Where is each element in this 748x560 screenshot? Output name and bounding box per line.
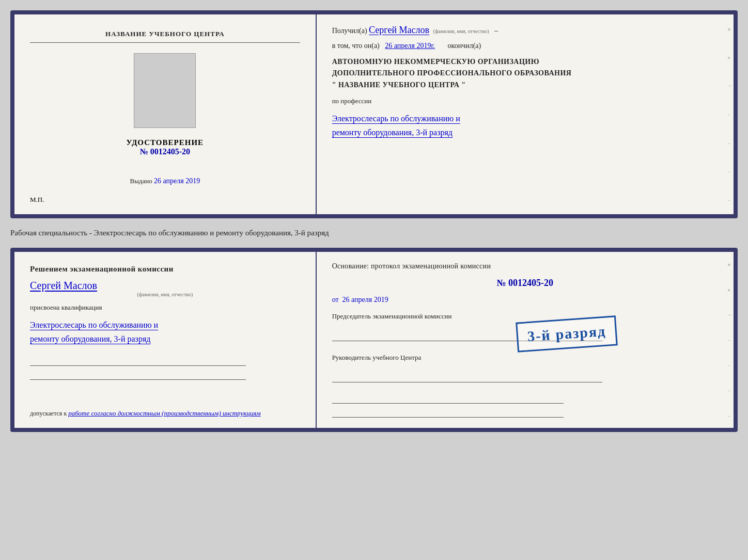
cert-number: № 0012405-20	[127, 147, 204, 156]
cert-label: УДОСТОВЕРЕНИЕ	[127, 138, 204, 147]
mp-label: М.П.	[30, 196, 44, 204]
in-that-line: в том, что он(а) 26 апреля 2019г. окончи…	[332, 42, 718, 50]
allowed-text: работе согласно должностным (производств…	[68, 409, 260, 417]
profession-label: по профессии	[332, 97, 718, 105]
cert-left-panel: НАЗВАНИЕ УЧЕБНОГО ЦЕНТРА УДОСТОВЕРЕНИЕ №…	[14, 14, 317, 214]
b-sig-line-2	[332, 408, 564, 418]
protocol-number: № 0012405-20	[332, 278, 718, 289]
recipient-line: Получил(а) Сергей Маслов (фамилия, имя, …	[332, 25, 718, 36]
bottom-left-panel: Решением экзаменационной комиссии Сергей…	[14, 252, 317, 428]
decision-title: Решением экзаменационной комиссии	[30, 265, 300, 274]
fio-subtitle: (фамилия, имя, отчество)	[30, 292, 300, 297]
middle-label: Рабочая специальность - Электрослесарь п…	[10, 227, 738, 239]
bottom-right-panel: Основание: протокол экзаменационной коми…	[317, 252, 734, 428]
assigned-label: присвоена квалификация	[30, 303, 300, 312]
bottom-sig-lines	[332, 394, 718, 418]
bottom-certificate-card: Решением экзаменационной комиссии Сергей…	[10, 248, 738, 432]
sig-line-1	[30, 356, 246, 366]
profession-text: Электрослесарь по обслуживанию и ремонту…	[332, 111, 718, 139]
bottom-right-edge-marks: и а ← – – – –	[728, 252, 733, 428]
person-name-large: Сергей Маслов	[30, 280, 300, 292]
protocol-date: от 26 апреля 2019	[332, 296, 718, 304]
top-certificate-card: НАЗВАНИЕ УЧЕБНОГО ЦЕНТРА УДОСТОВЕРЕНИЕ №…	[10, 10, 738, 218]
right-edge-marks: и а ← – – – –	[728, 14, 733, 214]
cert-right-panel: Получил(а) Сергей Маслов (фамилия, имя, …	[317, 14, 734, 214]
b-sig-line-1	[332, 394, 564, 404]
name-subtitle-top: (фамилия, имя, отчество)	[433, 28, 489, 34]
qualification-text: Электрослесарь по обслуживанию и ремонту…	[30, 318, 300, 346]
training-center-title: НАЗВАНИЕ УЧЕБНОГО ЦЕНТРА	[30, 30, 300, 43]
person-name-block: Сергей Маслов (фамилия, имя, отчество)	[30, 280, 300, 297]
sig-line-2	[30, 370, 246, 380]
cert-issued: Выдано 26 апреля 2019	[130, 177, 200, 185]
allowed-label: допускается к работе согласно должностны…	[30, 409, 300, 418]
org-name-block: АВТОНОМНУЮ НЕКОММЕРЧЕСКУЮ ОРГАНИЗАЦИЮ ДО…	[332, 56, 718, 91]
manager-sig-line	[332, 372, 602, 383]
document-container: НАЗВАНИЕ УЧЕБНОГО ЦЕНТРА УДОСТОВЕРЕНИЕ №…	[10, 10, 738, 432]
recipient-name: Сергей Маслов	[369, 25, 429, 35]
signature-lines	[30, 356, 300, 380]
completion-date: 26 апреля 2019г.	[385, 42, 435, 50]
manager-label: Руководитель учебного Центра	[332, 353, 718, 382]
cert-title-block: УДОСТОВЕРЕНИЕ № 0012405-20	[127, 138, 204, 156]
basis-title: Основание: протокол экзаменационной коми…	[332, 262, 718, 270]
photo-placeholder	[134, 53, 196, 128]
